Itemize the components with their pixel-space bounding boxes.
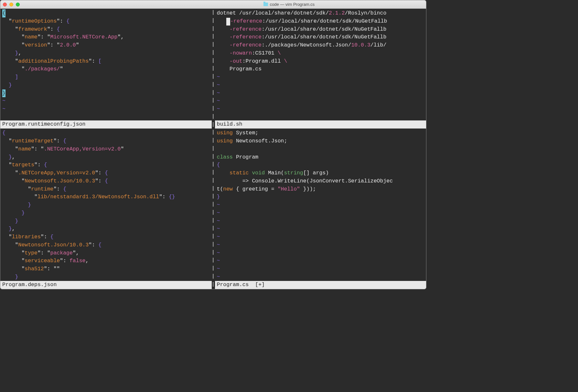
tilde-line: ~ xyxy=(217,98,220,104)
tilde-line: ~ xyxy=(217,106,220,112)
json-key: .NETCoreApp,Version=v2.0 xyxy=(18,170,95,176)
status-topright: build.sh xyxy=(215,120,426,129)
code-line: => Console.WriteLine(JsonConvert.Seriali… xyxy=(217,178,393,184)
fold-open-marker: { xyxy=(2,9,5,17)
vertical-split[interactable]: | | | | | | | | | | | | | | | | | | | | … xyxy=(212,9,215,289)
json-key: serviceable xyxy=(25,258,60,264)
build-line: :/usr/local/share/dotnet/sdk/NuGetFallb xyxy=(262,26,386,32)
close-icon[interactable] xyxy=(3,3,7,6)
code-line: System; xyxy=(233,130,258,136)
json-value: package xyxy=(50,250,73,256)
json-key: libraries xyxy=(12,234,41,240)
titlebar[interactable]: code — vim Program.cs xyxy=(0,0,426,9)
json-key: name xyxy=(18,146,31,152)
json-value: .NETCoreApp,Version=v2.0 xyxy=(44,146,121,152)
code-line: Program xyxy=(233,154,258,160)
build-line: :/usr/local/share/dotnet/sdk/NuGetFallb xyxy=(262,34,386,40)
tilde-line: ~ xyxy=(217,82,220,88)
json-key: framework xyxy=(18,26,47,32)
tilde-line: ~ xyxy=(217,202,220,208)
json-value: false xyxy=(70,258,86,264)
build-line: Program.cs xyxy=(230,66,262,72)
build-line: dotnet /usr/local/share/dotnet/sdk/ xyxy=(217,10,329,16)
json-key: runtime xyxy=(31,186,53,192)
tilde-line: ~ xyxy=(217,226,220,232)
cursor xyxy=(226,18,230,25)
tilde-line: ~ xyxy=(217,258,220,264)
tilde-line: ~ xyxy=(217,210,220,216)
window-title: code — vim Program.cs xyxy=(270,1,315,8)
tilde-line: ~ xyxy=(2,106,5,112)
maximize-icon[interactable] xyxy=(16,3,20,6)
status-topleft: Program.runtimeconfig.json xyxy=(0,120,212,129)
json-value: Microsoft.NETCore.App xyxy=(50,34,118,40)
fold-close-marker: } xyxy=(2,89,5,98)
json-key: targets xyxy=(12,162,34,168)
json-key: version xyxy=(25,42,47,48)
build-line: :/usr/local/share/dotnet/sdk/NuGetFallb xyxy=(262,18,387,24)
json-key: type xyxy=(25,250,37,256)
folder-icon xyxy=(263,3,268,6)
tilde-line: ~ xyxy=(217,218,220,224)
json-value: 2.0.0 xyxy=(60,42,76,48)
vim-editor[interactable]: { "runtimeOptions": { "framework": { "na… xyxy=(0,9,426,289)
terminal-window: code — vim Program.cs { "runtimeOptions"… xyxy=(0,0,426,289)
tilde-line: ~ xyxy=(217,274,220,280)
json-key: runtimeOptions xyxy=(12,18,57,24)
pane-deps[interactable]: { "runtimeTarget": { "name": ".NETCoreAp… xyxy=(0,129,212,281)
tilde-line: ~ xyxy=(217,90,220,96)
json-key: name xyxy=(25,34,37,40)
json-key: additionalProbingPaths xyxy=(18,58,89,64)
code-line: Newtonsoft.Json; xyxy=(233,138,287,144)
status-bottomright: Program.cs [+] xyxy=(215,281,426,289)
tilde-line: ~ xyxy=(217,266,220,272)
json-key: lib/netstandard1.3/Newtonsoft.Json.dll xyxy=(37,194,159,200)
tilde-line: ~ xyxy=(217,234,220,240)
minimize-icon[interactable] xyxy=(9,3,13,6)
json-key: sha512 xyxy=(25,266,44,272)
json-key: Newtonsoft.Json/10.0.3 xyxy=(25,178,95,184)
tilde-line: ~ xyxy=(2,98,5,104)
pane-program[interactable]: using System; using Newtonsoft.Json; cla… xyxy=(215,129,426,281)
traffic-lights xyxy=(3,3,20,6)
json-key: runtimeTarget xyxy=(12,138,54,144)
json-value: ./packages/ xyxy=(25,66,60,72)
tilde-line: ~ xyxy=(217,242,220,248)
pane-build[interactable]: dotnet /usr/local/share/dotnet/sdk/2.1.2… xyxy=(215,9,426,120)
status-bottomleft: Program.deps.json xyxy=(0,281,212,289)
pane-runtimeconfig[interactable]: { "runtimeOptions": { "framework": { "na… xyxy=(0,9,212,120)
json-key: Newtonsoft.Json/10.0.3 xyxy=(18,242,89,248)
tilde-line: ~ xyxy=(217,250,220,256)
tilde-line: ~ xyxy=(217,74,220,80)
